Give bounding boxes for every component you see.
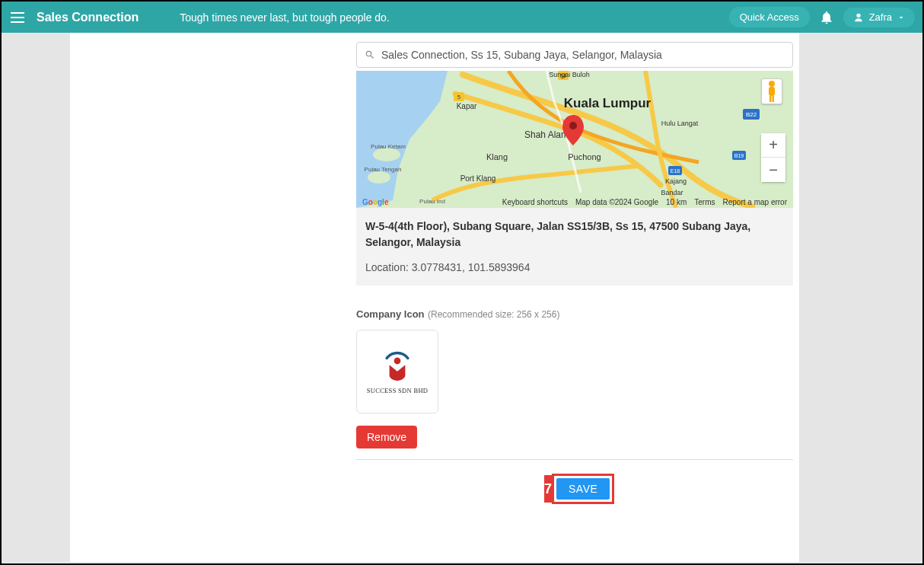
coordinates-text: Location: 3.0778431, 101.5893964 — [365, 261, 784, 273]
svg-text:Pulau Tengah: Pulau Tengah — [365, 166, 402, 173]
address-text: W-5-4(4th Floor), Subang Square, Jalan S… — [365, 219, 784, 251]
zoom-in-button[interactable]: + — [761, 133, 785, 158]
svg-rect-31 — [773, 96, 775, 102]
svg-point-27 — [569, 122, 577, 129]
map-attribution: Map data ©2024 Google — [575, 198, 658, 206]
map-shortcuts-link[interactable]: Keyboard shortcuts — [502, 198, 568, 206]
svg-text:Hulu Langat: Hulu Langat — [661, 120, 699, 127]
topbar: Sales Connection Tough times never last,… — [2, 2, 922, 33]
svg-text:5: 5 — [457, 94, 460, 100]
location-search-box[interactable] — [356, 42, 793, 68]
svg-point-0 — [856, 13, 860, 17]
svg-rect-29 — [769, 87, 775, 96]
avatar-icon — [852, 11, 865, 24]
divider — [356, 459, 793, 460]
location-search-input[interactable] — [381, 49, 785, 61]
map-terms-link[interactable]: Terms — [694, 198, 715, 206]
app-title: Sales Connection — [37, 11, 139, 24]
step-number: 7 — [544, 475, 552, 503]
svg-text:Port Klang: Port Klang — [460, 174, 496, 183]
svg-text:Klang: Klang — [486, 152, 508, 161]
save-button[interactable]: SAVE — [556, 478, 610, 500]
address-panel: W-5-4(4th Floor), Subang Square, Jalan S… — [356, 208, 793, 286]
remove-button[interactable]: Remove — [356, 426, 417, 448]
search-icon — [365, 49, 375, 60]
company-icon-label: Company Icon — [356, 308, 425, 320]
svg-text:Kapar: Kapar — [457, 102, 477, 110]
notifications-icon[interactable] — [819, 10, 834, 25]
settings-card: B22 E18 B19 5 54 Kuala Lumpur Shah Alam … — [70, 33, 799, 562]
svg-text:E18: E18 — [671, 168, 680, 174]
chevron-down-icon — [897, 13, 906, 22]
company-logo-icon — [378, 349, 417, 382]
menu-icon[interactable] — [9, 9, 26, 26]
svg-text:Bandar: Bandar — [661, 189, 683, 196]
save-button-highlight: SAVE — [552, 474, 614, 504]
quick-access-button[interactable]: Quick Access — [729, 7, 810, 27]
svg-text:B22: B22 — [746, 111, 757, 118]
svg-point-28 — [769, 81, 775, 87]
svg-text:Kajang: Kajang — [665, 177, 687, 185]
map-report-link[interactable]: Report a map error — [723, 198, 787, 206]
svg-text:Shah Alam: Shah Alam — [524, 129, 569, 140]
svg-text:Puchong: Puchong — [568, 152, 601, 161]
svg-point-32 — [394, 358, 401, 365]
map-canvas: B22 E18 B19 5 54 Kuala Lumpur Shah Alam … — [356, 71, 793, 208]
streetview-pegman-icon[interactable] — [761, 78, 782, 104]
user-menu-button[interactable]: Zafra — [843, 8, 915, 27]
step-callout: 7 SAVE — [544, 474, 605, 504]
svg-text:B19: B19 — [734, 153, 744, 158]
zoom-out-button[interactable]: − — [761, 158, 785, 182]
svg-text:Kuala Lumpur: Kuala Lumpur — [564, 96, 652, 110]
user-name: Zafra — [869, 11, 892, 23]
svg-text:Pulau Ketam: Pulau Ketam — [371, 143, 406, 150]
map-footer: Google Keyboard shortcuts Map data ©2024… — [362, 198, 787, 206]
content-area: B22 E18 B19 5 54 Kuala Lumpur Shah Alam … — [2, 33, 922, 563]
map-scale: 10 km — [666, 198, 687, 206]
company-icon-preview[interactable]: SUCCESS SDN BHD — [356, 330, 438, 413]
tagline: Tough times never last, but tough people… — [180, 11, 390, 24]
company-icon-hint: (Recommended size: 256 x 256) — [428, 309, 559, 320]
company-logo-text: SUCCESS SDN BHD — [367, 387, 429, 394]
map[interactable]: B22 E18 B19 5 54 Kuala Lumpur Shah Alam … — [356, 71, 793, 208]
svg-rect-30 — [769, 96, 772, 102]
svg-text:Sungai Buloh: Sungai Buloh — [549, 71, 590, 78]
google-logo: Google — [362, 198, 388, 206]
svg-point-3 — [368, 171, 390, 184]
